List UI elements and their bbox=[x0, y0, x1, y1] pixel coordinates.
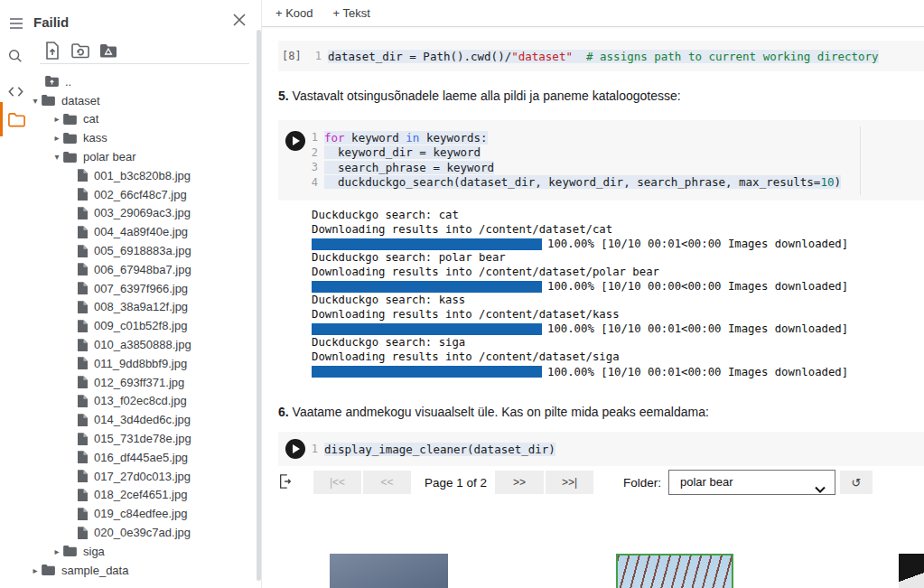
folder-item[interactable]: ▸sample_data bbox=[0, 561, 255, 580]
file-item[interactable]: 004_4a89f40e.jpg bbox=[0, 222, 255, 241]
file-item[interactable]: 002_66cf48c7.jpg bbox=[0, 185, 255, 204]
up-folder-icon bbox=[45, 76, 59, 87]
folder-icon bbox=[63, 114, 77, 125]
folder-label: Folder: bbox=[623, 476, 661, 490]
file-tree: ..▾dataset▸cat▸kass▾polar bear001_b3c820… bbox=[0, 72, 255, 580]
code-line[interactable]: 4 duckduckgo_search(dataset_dir, keyword… bbox=[305, 175, 924, 191]
file-item[interactable]: 005_6918883a.jpg bbox=[0, 241, 255, 260]
add-text-button[interactable]: + Tekst bbox=[333, 6, 370, 20]
output-text: Downloading results into /content/datase… bbox=[312, 266, 924, 280]
file-item[interactable]: 011_9dd8bbf9.jpg bbox=[0, 354, 255, 373]
chevron-right-icon[interactable]: ▸ bbox=[51, 546, 63, 556]
code-line[interactable]: 1dataset_dir = Path().cwd()/"dataset" # … bbox=[309, 49, 879, 64]
progress-text: 100.00% [10/10 00:01<00:00 Images downlo… bbox=[547, 322, 848, 335]
chevron-down-icon[interactable]: ▾ bbox=[29, 96, 42, 106]
file-item[interactable]: 012_693ff371.jpg bbox=[0, 373, 255, 392]
chevron-down-icon[interactable]: ▾ bbox=[51, 152, 63, 162]
next-page-button[interactable]: >> bbox=[495, 471, 544, 494]
file-item[interactable]: 008_38a9a12f.jpg bbox=[0, 298, 255, 317]
file-item[interactable]: 009_c01b52f8.jpg bbox=[0, 316, 255, 335]
refresh-folder-icon[interactable] bbox=[70, 41, 90, 61]
line-number: 1 bbox=[305, 443, 318, 455]
sidebar-scrollbar[interactable] bbox=[257, 30, 261, 581]
run-cell-button[interactable] bbox=[285, 439, 305, 459]
file-item[interactable]: 017_27d0c013.jpg bbox=[0, 467, 255, 486]
code-line[interactable]: 1for keyword in keywords: bbox=[305, 130, 924, 145]
parent-directory-item[interactable]: .. bbox=[0, 72, 255, 91]
code-editor[interactable]: 1for keyword in keywords:2 keyword_dir =… bbox=[305, 130, 924, 190]
chevron-right-icon[interactable]: ▸ bbox=[29, 565, 42, 575]
code-editor[interactable]: 1display_image_cleaner(dataset_dir) bbox=[305, 442, 924, 457]
file-icon bbox=[78, 320, 88, 332]
markdown-step-5: 5. Vastavalt otsingusõnadele laeme alla … bbox=[278, 89, 681, 103]
folder-item[interactable]: ▾polar bear bbox=[0, 147, 255, 166]
gallery-image-3[interactable] bbox=[899, 554, 924, 588]
tree-item-label: 005_6918883a.jpg bbox=[94, 244, 191, 257]
table-of-contents-icon[interactable] bbox=[7, 14, 25, 33]
add-code-button[interactable]: + Kood bbox=[275, 6, 313, 20]
code-cell-1[interactable]: [8] 1dataset_dir = Path().cwd()/"dataset… bbox=[278, 41, 924, 71]
file-item[interactable]: 003_29069ac3.jpg bbox=[0, 204, 255, 223]
file-item[interactable]: 010_a3850888.jpg bbox=[0, 335, 255, 354]
output-icon[interactable] bbox=[278, 473, 293, 490]
refresh-button[interactable]: ↺ bbox=[840, 471, 873, 494]
code-line[interactable]: 1display_image_cleaner(dataset_dir) bbox=[305, 442, 924, 457]
progress-row: 100.00% [10/10 00:01<00:00 Images downlo… bbox=[312, 237, 924, 251]
tree-item-label: 017_27d0c013.jpg bbox=[94, 470, 191, 483]
code-cell-3[interactable]: 1display_image_cleaner(dataset_dir) bbox=[278, 432, 924, 466]
image-cleaner-toolbar: |<< << Page 1 of 2 >> >>| Folder: polar … bbox=[278, 470, 924, 497]
previous-page-button[interactable]: << bbox=[363, 471, 411, 494]
file-item[interactable]: 018_2cef4651.jpg bbox=[0, 486, 255, 505]
close-icon[interactable] bbox=[230, 11, 248, 29]
cell-output: Duckduckgo search: catDownloading result… bbox=[278, 203, 924, 384]
gallery-image-2-selected[interactable] bbox=[616, 554, 733, 588]
gallery-image-1[interactable] bbox=[330, 554, 448, 588]
file-icon bbox=[78, 527, 88, 539]
folder-item[interactable]: ▸cat bbox=[0, 110, 255, 129]
code-text: dataset_dir = Path().cwd()/"dataset" # a… bbox=[328, 50, 879, 63]
chevron-right-icon[interactable]: ▸ bbox=[51, 114, 63, 124]
folder-item[interactable]: ▸kass bbox=[0, 128, 255, 147]
sidebar-title: Failid bbox=[33, 14, 69, 30]
file-icon bbox=[78, 376, 88, 388]
file-item[interactable]: 014_3d4ded6c.jpg bbox=[0, 410, 255, 429]
code-line[interactable]: 2 keyword_dir = keyword bbox=[305, 145, 924, 161]
file-icon bbox=[78, 489, 88, 501]
mount-drive-icon[interactable] bbox=[98, 41, 118, 61]
line-number: 1 bbox=[309, 50, 322, 62]
tree-item-label: 006_67948ba7.jpg bbox=[94, 263, 191, 276]
file-item[interactable]: 019_c84edfee.jpg bbox=[0, 504, 255, 523]
tree-item-label: 001_b3c820b8.jpg bbox=[94, 169, 191, 182]
file-item[interactable]: 007_6397f966.jpg bbox=[0, 279, 255, 298]
file-item[interactable]: 013_f02ec8cd.jpg bbox=[0, 392, 255, 411]
last-page-button[interactable]: >>| bbox=[546, 471, 593, 494]
folder-icon-active[interactable] bbox=[7, 110, 25, 128]
code-editor[interactable]: 1dataset_dir = Path().cwd()/"dataset" # … bbox=[309, 49, 879, 64]
left-icon-rail bbox=[0, 0, 31, 588]
folder-item[interactable]: ▸siga bbox=[0, 542, 255, 561]
folder-item[interactable]: ▾dataset bbox=[0, 91, 255, 110]
folder-icon bbox=[63, 133, 77, 144]
file-item[interactable]: 020_0e39c7ad.jpg bbox=[0, 523, 255, 542]
file-icon bbox=[78, 451, 88, 463]
first-page-button[interactable]: |<< bbox=[313, 471, 361, 494]
progress-row: 100.00% [10/10 00:01<00:00 Images downlo… bbox=[312, 322, 924, 337]
files-sidebar: Failid ..▾dataset▸cat▸kass▾polar bear001… bbox=[0, 0, 262, 588]
code-icon[interactable] bbox=[7, 83, 25, 101]
code-line[interactable]: 3 search_phrase = keyword bbox=[305, 160, 924, 175]
progress-bar bbox=[312, 238, 542, 250]
progress-row: 100.00% [10/10 00:01<00:00 Images downlo… bbox=[312, 365, 924, 379]
upload-file-icon[interactable] bbox=[42, 41, 62, 61]
file-item[interactable]: 015_731de78e.jpg bbox=[0, 429, 255, 448]
file-item[interactable]: 016_df445ae5.jpg bbox=[0, 448, 255, 467]
folder-dropdown[interactable]: polar bear bbox=[668, 470, 835, 495]
file-item[interactable]: 006_67948ba7.jpg bbox=[0, 260, 255, 279]
code-cell-2[interactable]: 1for keyword in keywords:2 keyword_dir =… bbox=[278, 120, 924, 201]
tree-item-label: 016_df445ae5.jpg bbox=[94, 451, 188, 464]
run-cell-button[interactable] bbox=[285, 131, 305, 151]
line-number: 4 bbox=[305, 176, 318, 189]
chevron-right-icon[interactable]: ▸ bbox=[51, 133, 63, 143]
search-icon[interactable] bbox=[7, 48, 25, 66]
folder-icon bbox=[63, 546, 77, 556]
file-item[interactable]: 001_b3c820b8.jpg bbox=[0, 166, 255, 185]
